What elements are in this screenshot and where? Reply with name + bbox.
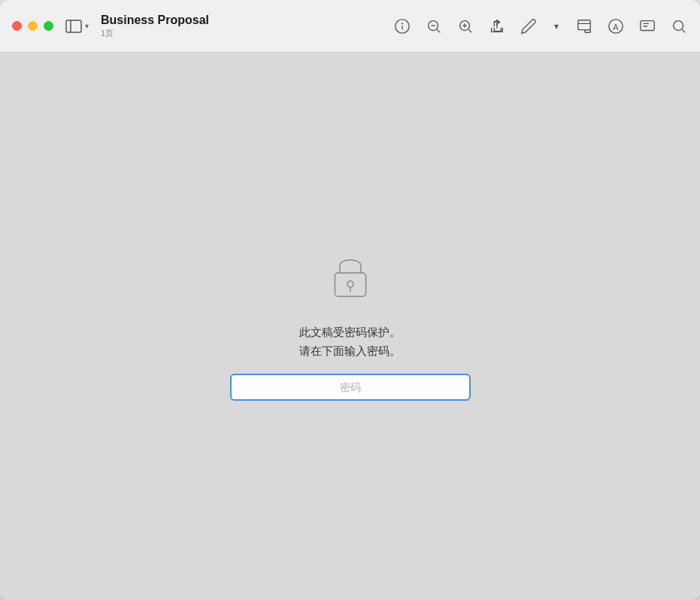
- document-title: Business Proposal: [101, 13, 209, 27]
- comment-icon: [639, 18, 656, 35]
- search-icon: [671, 18, 687, 35]
- text-button[interactable]: A: [607, 17, 625, 35]
- search-button[interactable]: [670, 17, 688, 35]
- sidebar-icon: [65, 20, 82, 33]
- share-button[interactable]: [488, 17, 506, 35]
- titlebar: ▾ Business Proposal 1页: [0, 0, 700, 53]
- minimize-button[interactable]: [28, 21, 38, 31]
- zoom-out-icon: [426, 18, 442, 35]
- svg-rect-0: [66, 20, 81, 32]
- pen-options-button[interactable]: ▾: [551, 17, 562, 35]
- maximize-button[interactable]: [44, 21, 53, 31]
- main-content: 此文稿受密码保护。 请在下面输入密码。: [0, 53, 700, 600]
- password-input[interactable]: [230, 374, 471, 401]
- zoom-out-button[interactable]: [425, 17, 443, 35]
- circle-a-icon: A: [608, 18, 624, 35]
- svg-rect-24: [335, 273, 365, 296]
- window-icon: [576, 18, 592, 35]
- svg-rect-19: [641, 20, 654, 30]
- toolbar: ▾ A: [393, 17, 688, 35]
- lock-icon: [324, 252, 377, 305]
- svg-line-6: [437, 29, 440, 32]
- pen-button[interactable]: [520, 17, 538, 35]
- close-button[interactable]: [12, 21, 22, 31]
- comment-button[interactable]: [638, 17, 656, 35]
- svg-line-23: [682, 29, 685, 32]
- svg-rect-16: [585, 29, 590, 32]
- enter-password-text: 请在下面输入密码。: [299, 344, 401, 359]
- info-button[interactable]: [393, 17, 411, 35]
- svg-rect-14: [578, 20, 591, 29]
- app-window: ▾ Business Proposal 1页: [0, 0, 700, 600]
- password-input-wrapper: [230, 374, 471, 401]
- svg-line-9: [468, 29, 471, 32]
- svg-point-22: [674, 20, 683, 30]
- zoom-in-button[interactable]: [456, 17, 474, 35]
- zoom-in-icon: [457, 18, 474, 35]
- window-button[interactable]: [575, 17, 593, 35]
- share-icon: [489, 18, 505, 35]
- sidebar-toggle-button[interactable]: ▾: [65, 20, 89, 33]
- page-count: 1页: [101, 28, 209, 39]
- title-section: Business Proposal 1页: [101, 13, 209, 38]
- protected-text: 此文稿受密码保护。: [299, 326, 401, 340]
- info-icon: [394, 18, 411, 35]
- traffic-lights: [12, 21, 53, 31]
- chevron-down-icon: ▾: [554, 21, 559, 32]
- svg-text:A: A: [613, 22, 619, 31]
- chevron-down-icon: ▾: [85, 22, 89, 30]
- lock-icon-container: [324, 252, 377, 308]
- pen-icon: [520, 18, 537, 35]
